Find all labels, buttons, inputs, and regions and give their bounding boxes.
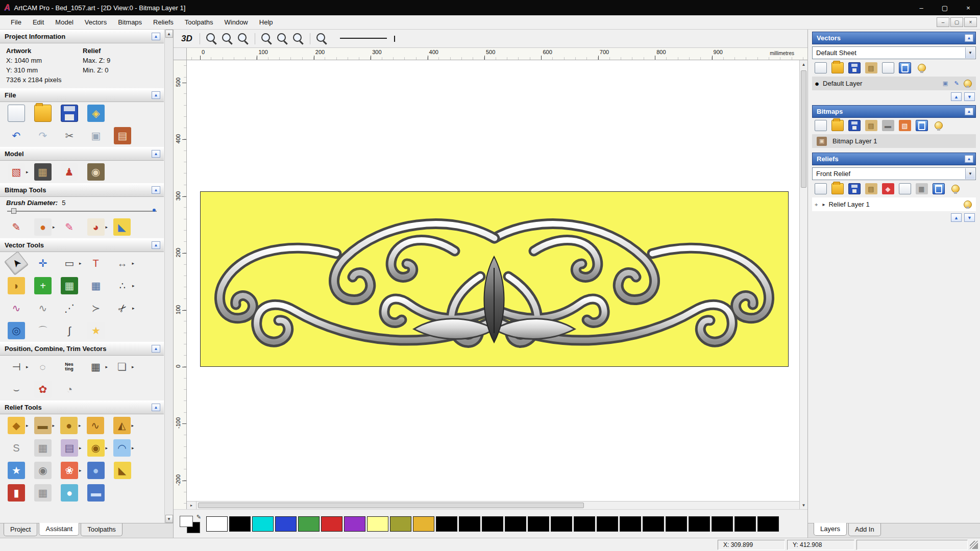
fan-relief-icon-flyout-arrow[interactable]: ▸ xyxy=(79,468,82,473)
relief-tool-extra-2-icon[interactable]: ▦ xyxy=(34,484,52,502)
undo-icon[interactable]: ↶ xyxy=(8,127,25,144)
collapse-section-icon[interactable]: ▲ xyxy=(965,34,973,42)
cut-icon[interactable]: ✂ xyxy=(61,127,78,144)
relief-tool-extra-3-icon[interactable]: ● xyxy=(61,484,78,502)
menu-edit[interactable]: Edit xyxy=(27,16,50,28)
relief-tool-extra-4-icon[interactable]: ▬ xyxy=(87,484,105,502)
palette-colour-6[interactable] xyxy=(344,516,365,532)
layer-colour-swatch[interactable]: ● xyxy=(815,79,819,88)
weave-wizard-icon[interactable]: ▦ xyxy=(34,439,52,457)
paint-brush-icon[interactable]: ✎ xyxy=(8,218,25,236)
envelope-distort-icon[interactable]: ◠ xyxy=(113,439,131,457)
block-array-icon-flyout-arrow[interactable]: ▸ xyxy=(106,364,108,369)
create-star-icon[interactable]: ★ xyxy=(87,322,105,339)
palette-colour-15[interactable] xyxy=(551,516,572,532)
maximize-button[interactable]: ▢ xyxy=(933,0,957,15)
paste-icon[interactable]: ▤ xyxy=(114,127,131,144)
palette-colour-11[interactable] xyxy=(459,516,480,532)
menu-toolpaths[interactable]: Toolpaths xyxy=(179,16,219,28)
move-layer-down-icon[interactable]: ▼ xyxy=(964,213,975,222)
sculpting-icon[interactable]: ♟ xyxy=(61,163,78,181)
relief-tool-extra-1-icon[interactable]: ▮ xyxy=(8,484,25,502)
palette-colour-4[interactable] xyxy=(298,516,320,532)
show-all-relief-layers-icon[interactable] xyxy=(949,183,962,194)
relief-visibility-icon[interactable] xyxy=(963,200,973,209)
transform-vectors-icon[interactable]: ✛ xyxy=(34,255,52,272)
section-header-vector-tools[interactable]: Vector Tools ▲ xyxy=(0,238,164,252)
scroll-down-icon[interactable]: ▼ xyxy=(800,501,807,509)
new-relief-layer-icon[interactable] xyxy=(815,183,827,194)
texture-relief-icon-flyout-arrow[interactable]: ▸ xyxy=(79,445,82,450)
vertical-scroll-thumb[interactable] xyxy=(801,70,806,188)
extrude-icon-flyout-arrow[interactable]: ▸ xyxy=(132,423,134,428)
face-wizard-icon[interactable]: ◉ xyxy=(87,163,105,181)
paste-along-curve-icon[interactable]: ∴ xyxy=(114,277,131,294)
set-model-size-icon-flyout-arrow[interactable]: ▸ xyxy=(26,169,29,174)
tab-add-in[interactable]: Add In xyxy=(848,523,881,536)
paint-bucket-icon[interactable]: ◣ xyxy=(113,218,131,236)
circular-array-icon[interactable]: ◌ xyxy=(34,358,52,375)
menu-reliefs[interactable]: Reliefs xyxy=(148,16,179,28)
sculpting-tools-icon-flyout-arrow[interactable]: ▸ xyxy=(79,423,81,428)
palette-colour-3[interactable] xyxy=(275,516,297,532)
smooth-relief-icon[interactable]: ▬ xyxy=(34,417,52,434)
merge-relief-layers-icon[interactable]: ▤ xyxy=(865,183,877,194)
paint-selective-icon[interactable]: ● xyxy=(34,218,52,236)
palette-colour-5[interactable] xyxy=(321,516,342,532)
model-artwork[interactable] xyxy=(200,191,789,367)
delete-vector-layer-icon[interactable] xyxy=(899,62,911,73)
new-model-icon[interactable] xyxy=(8,105,25,122)
align-vectors-icon[interactable]: ⊣ xyxy=(8,358,25,375)
horizontal-scrollbar[interactable]: ▸ xyxy=(187,501,799,509)
mdi-restore-button[interactable]: ▢ xyxy=(950,17,963,27)
tab-toolpaths[interactable]: Toolpaths xyxy=(81,523,122,536)
extrude-icon[interactable]: ◭ xyxy=(113,417,131,434)
tab-assistant[interactable]: Assistant xyxy=(39,523,79,536)
current-colour-indicator[interactable]: ✎ xyxy=(180,515,201,533)
collapse-section-icon[interactable]: ▲ xyxy=(965,155,973,163)
close-button[interactable]: × xyxy=(957,0,980,15)
flood-fill-icon[interactable]: ✎ xyxy=(61,218,78,236)
wedge-relief-icon[interactable]: ◣ xyxy=(114,462,131,479)
create-arc-icon[interactable]: ⌒ xyxy=(34,322,52,339)
save-model-icon[interactable] xyxy=(61,105,78,122)
assistant-scrollbar[interactable]: ▲ ▼ xyxy=(164,30,173,523)
palette-colour-7[interactable] xyxy=(367,516,388,532)
star-wizard-icon[interactable]: ★ xyxy=(8,462,25,479)
new-bitmap-layer-icon[interactable] xyxy=(815,120,827,131)
join-vectors-icon[interactable]: ∫ xyxy=(61,322,78,339)
save-relief-icon[interactable] xyxy=(848,183,861,194)
palette-colour-22[interactable] xyxy=(712,516,733,532)
layer-edit-colour-icon[interactable]: ✎ xyxy=(951,79,962,88)
fan-relief-icon[interactable]: ❀ xyxy=(61,462,78,479)
sheet-select-dropdown[interactable]: Default Sheet ▼ xyxy=(812,46,976,59)
reset-relief-icon[interactable]: ◆ xyxy=(882,183,894,194)
scroll-left-icon[interactable]: ▸ xyxy=(187,502,197,509)
mdi-close-button[interactable]: × xyxy=(964,17,977,27)
primary-colour-swatch[interactable] xyxy=(180,516,193,527)
window-resize-grip[interactable] xyxy=(970,541,978,549)
redo-icon[interactable]: ↷ xyxy=(34,127,52,144)
copy-rotate-icon[interactable]: ❏ xyxy=(113,358,131,375)
spin-relief-icon[interactable]: S xyxy=(8,439,25,457)
open-relief-icon[interactable] xyxy=(831,183,844,194)
set-model-size-icon[interactable]: ▧ xyxy=(8,163,25,181)
palette-colour-21[interactable] xyxy=(689,516,710,532)
create-polyline-icon[interactable]: ⋰ xyxy=(61,299,78,317)
move-layer-up-icon[interactable]: ▲ xyxy=(951,92,962,101)
palette-colour-9[interactable] xyxy=(413,516,434,532)
smooth-curve-icon[interactable]: ∿ xyxy=(34,299,52,317)
tab-project[interactable]: Project xyxy=(4,523,37,536)
interactive-distort-icon-flyout-arrow[interactable]: ▸ xyxy=(106,445,108,450)
canvas-2d-view[interactable]: ▸ xyxy=(187,60,799,509)
align-vectors-icon-flyout-arrow[interactable]: ▸ xyxy=(26,364,29,369)
collapse-section-icon[interactable]: ▲ xyxy=(152,186,160,194)
ring-copy-icon[interactable]: ◔ xyxy=(61,381,78,398)
section-header-bitmap-tools[interactable]: Bitmap Tools ▲ xyxy=(0,183,164,197)
palette-colour-19[interactable] xyxy=(643,516,664,532)
import-3d-model-icon[interactable]: ◈ xyxy=(87,105,105,122)
menu-file[interactable]: File xyxy=(5,16,27,28)
section-header-file[interactable]: File ▲ xyxy=(0,88,164,102)
horizontal-scroll-thumb[interactable] xyxy=(198,503,584,508)
scroll-up-icon[interactable]: ▲ xyxy=(800,60,807,68)
